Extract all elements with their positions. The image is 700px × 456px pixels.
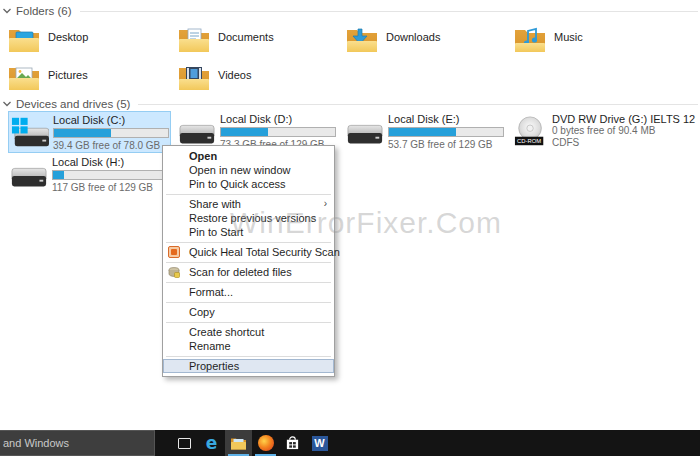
menu-separator xyxy=(166,356,331,357)
drive-filesystem: CDFS xyxy=(552,137,695,149)
taskbar: and Windows e xyxy=(0,430,700,456)
capacity-bar xyxy=(388,127,504,137)
menu-item-properties[interactable]: Properties xyxy=(163,359,334,373)
system-drive-icon xyxy=(11,116,49,150)
hard-drive-icon xyxy=(346,115,384,149)
quick-heal-icon xyxy=(168,246,180,258)
edge-browser-button[interactable]: e xyxy=(198,430,225,456)
capacity-bar xyxy=(53,128,169,138)
capacity-bar-fill xyxy=(389,128,456,136)
file-explorer-content-pane: Folders (6) Desktop Documents Downloads xyxy=(0,0,700,456)
menu-item-pin-to-quick-access[interactable]: Pin to Quick access xyxy=(163,177,334,191)
header-rule xyxy=(138,104,698,105)
scan-deleted-files-icon xyxy=(168,266,180,278)
hard-drive-icon xyxy=(178,115,216,149)
file-explorer-icon xyxy=(230,436,247,450)
drive-name: Local Disk (H:) xyxy=(52,156,168,168)
drive-free-space: 0 bytes free of 90.4 MB xyxy=(552,125,695,137)
drive-tile-h[interactable]: Local Disk (H:) 117 GB free of 129 GB xyxy=(8,154,171,196)
desktop-folder-icon xyxy=(8,25,40,53)
folder-label: Downloads xyxy=(386,31,440,43)
drive-tile-c[interactable]: Local Disk (C:) 39.4 GB free of 78.0 GB xyxy=(8,111,171,153)
folder-tile-documents[interactable]: Documents xyxy=(178,25,338,59)
menu-item-copy[interactable]: Copy xyxy=(163,305,334,319)
drive-name: DVD RW Drive (G:) IELTS 12 xyxy=(552,113,695,125)
folder-tile-downloads[interactable]: Downloads xyxy=(346,25,506,59)
menu-item-rename[interactable]: Rename xyxy=(163,339,334,353)
menu-separator xyxy=(166,322,331,323)
folder-label: Videos xyxy=(218,69,251,81)
drives-group-header[interactable]: Devices and drives (5) xyxy=(2,98,698,110)
task-view-icon xyxy=(178,438,191,449)
documents-folder-icon xyxy=(178,25,210,53)
menu-item-scan-for-deleted-files[interactable]: Scan for deleted files xyxy=(163,265,334,279)
menu-item-pin-to-start[interactable]: Pin to Start xyxy=(163,225,334,239)
menu-item-quick-heal-scan[interactable]: Quick Heal Total Security Scan xyxy=(163,245,334,259)
word-icon: W xyxy=(312,436,328,451)
folder-tile-videos[interactable]: Videos xyxy=(178,63,338,97)
downloads-folder-icon xyxy=(346,25,378,53)
firefox-icon xyxy=(258,435,274,451)
chevron-down-icon[interactable] xyxy=(2,99,12,109)
drive-context-menu: Open Open in new window Pin to Quick acc… xyxy=(162,145,335,377)
menu-separator xyxy=(166,302,331,303)
pictures-folder-icon xyxy=(8,63,40,91)
drive-free-space: 117 GB free of 129 GB xyxy=(52,182,168,193)
music-folder-icon xyxy=(514,25,546,53)
capacity-bar-fill xyxy=(221,128,268,136)
menu-separator xyxy=(166,282,331,283)
edge-icon: e xyxy=(206,435,218,452)
folder-tile-music[interactable]: Music xyxy=(514,25,674,59)
store-icon xyxy=(285,435,300,451)
folders-group-header[interactable]: Folders (6) xyxy=(2,5,698,17)
drive-tile-g-dvd[interactable]: CD-ROM DVD RW Drive (G:) IELTS 12 0 byte… xyxy=(512,111,698,153)
menu-separator xyxy=(166,242,331,243)
capacity-bar-fill xyxy=(53,171,64,179)
folders-header-label: Folders (6) xyxy=(16,5,72,17)
firefox-button[interactable] xyxy=(252,430,279,456)
drive-free-space: 53.7 GB free of 129 GB xyxy=(388,139,504,150)
word-button[interactable]: W xyxy=(306,430,333,456)
folder-tile-pictures[interactable]: Pictures xyxy=(8,63,168,97)
capacity-bar xyxy=(220,127,336,137)
menu-item-share-with[interactable]: Share with› xyxy=(163,197,334,211)
hard-drive-icon xyxy=(10,158,48,192)
folder-tile-desktop[interactable]: Desktop xyxy=(8,25,168,59)
drive-name: Local Disk (D:) xyxy=(220,113,336,125)
drive-name: Local Disk (E:) xyxy=(388,113,504,125)
drive-tile-e[interactable]: Local Disk (E:) 53.7 GB free of 129 GB xyxy=(344,111,507,153)
capacity-bar xyxy=(52,170,168,180)
cd-rom-disc-icon: CD-ROM xyxy=(514,115,548,149)
drive-free-space: 39.4 GB free of 78.0 GB xyxy=(53,140,168,151)
folder-label: Music xyxy=(554,31,583,43)
menu-item-open-in-new-window[interactable]: Open in new window xyxy=(163,163,334,177)
submenu-arrow-icon: › xyxy=(324,197,327,211)
folder-label: Desktop xyxy=(48,31,88,43)
menu-item-format[interactable]: Format... xyxy=(163,285,334,299)
menu-separator xyxy=(166,262,331,263)
store-button[interactable] xyxy=(279,430,306,456)
menu-item-restore-previous-versions[interactable]: Restore previous versions xyxy=(163,211,334,225)
drive-name: Local Disk (C:) xyxy=(53,114,168,126)
svg-text:CD-ROM: CD-ROM xyxy=(517,138,541,144)
capacity-bar-fill xyxy=(54,129,111,137)
menu-item-open[interactable]: Open xyxy=(163,149,334,163)
folder-label: Pictures xyxy=(48,69,88,81)
menu-item-create-shortcut[interactable]: Create shortcut xyxy=(163,325,334,339)
drives-header-label: Devices and drives (5) xyxy=(16,98,130,110)
videos-folder-icon xyxy=(178,63,210,91)
chevron-down-icon[interactable] xyxy=(2,6,12,16)
task-view-button[interactable] xyxy=(171,430,198,456)
file-explorer-button[interactable] xyxy=(225,430,252,456)
header-rule xyxy=(80,11,698,12)
taskbar-search-input[interactable]: and Windows xyxy=(0,430,155,456)
folder-label: Documents xyxy=(218,31,274,43)
menu-separator xyxy=(166,194,331,195)
